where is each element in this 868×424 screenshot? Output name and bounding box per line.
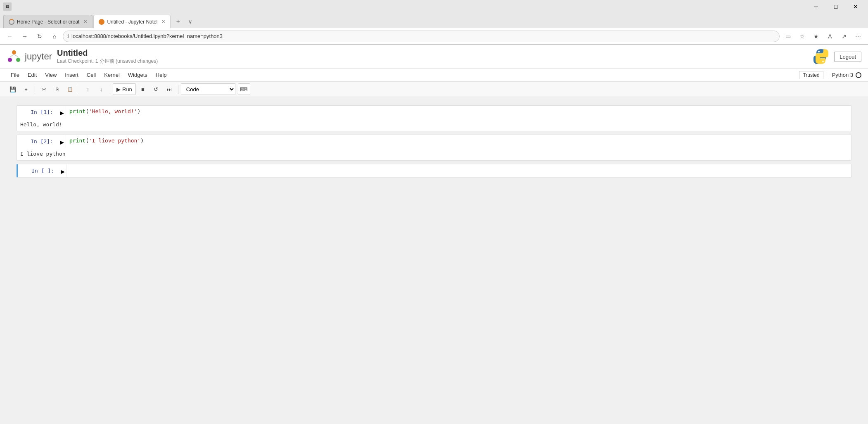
notebook-title-area: Untitled Last Checkpoint: 1 分钟前 (unsaved… [57, 48, 158, 65]
tab-jupyter-icon [99, 19, 104, 25]
save-icon: 💾 [9, 86, 16, 92]
maximize-button[interactable]: □ [827, 0, 845, 13]
read-mode-button[interactable]: A [823, 30, 837, 43]
url-box[interactable]: ℹ localhost:8888/notebooks/Untitled.ipyn… [63, 31, 780, 42]
code-string-2: 'I liove python' [89, 137, 140, 144]
cell-1-input[interactable]: print('Hello, world!') [66, 106, 851, 119]
minimize-button[interactable]: ─ [807, 0, 825, 13]
jupyter-logo-text: jupyter [25, 51, 52, 62]
address-bar-actions: ▭ ☆ ★ A ↗ ⋯ [781, 30, 865, 43]
toolbar-separator-1 [35, 85, 35, 94]
cell-1-prompt: In [1]: [17, 106, 58, 118]
more-button[interactable]: ⋯ [851, 30, 865, 43]
cell-2-code: print('I liove python') [69, 137, 144, 144]
menu-bar: File Edit View Insert Cell Kernel Widget… [0, 69, 868, 82]
copy-button[interactable]: ⎘ [51, 83, 63, 95]
fast-forward-button[interactable]: ⏭ [163, 83, 175, 95]
cell-2-run-icon[interactable]: ▶ [58, 135, 66, 148]
menu-help[interactable]: Help [152, 70, 171, 80]
cell-1-row: In [1]: ▶ print('Hello, world!') [17, 106, 851, 119]
favorites-button[interactable]: ☆ [795, 30, 809, 43]
svg-point-0 [12, 50, 16, 54]
home-button[interactable]: ⌂ [48, 30, 61, 43]
menu-view[interactable]: View [41, 70, 61, 80]
cell-3-prompt: In [ ]: [18, 164, 59, 177]
keyboard-shortcuts-button[interactable]: ⌨ [238, 83, 250, 95]
window-icon: 🖥 [3, 2, 12, 11]
cell-type-select[interactable]: Code Markdown Raw NBConvert Heading [181, 83, 235, 95]
cell-2: In [2]: ▶ print('I liove python') I liov… [17, 135, 851, 161]
cell-1: In [1]: ▶ print('Hello, world!') Hello, … [17, 105, 851, 131]
move-down-button[interactable]: ↓ [95, 83, 107, 95]
toolbar-separator-4 [178, 85, 178, 94]
cut-button[interactable]: ✂ [38, 83, 50, 95]
code-string-1: 'Hello, world!' [89, 108, 137, 114]
save-button[interactable]: 💾 [7, 83, 19, 95]
tab-home-close[interactable]: ✕ [83, 19, 87, 24]
code-print-keyword: print [69, 108, 85, 114]
tab-dropdown-button[interactable]: ∨ [185, 15, 195, 28]
svg-point-1 [8, 58, 12, 62]
lock-icon: ℹ [67, 33, 69, 39]
refresh-button[interactable]: ↻ [33, 30, 46, 43]
url-text: localhost:8888/notebooks/Untitled.ipynb?… [71, 33, 223, 39]
cell-1-code: print('Hello, world!') [69, 108, 140, 114]
trusted-button[interactable]: Trusted [799, 71, 823, 79]
stop-button[interactable]: ■ [137, 83, 149, 95]
tab-bar: Home Page - Select or creat ✕ Untitled -… [0, 13, 868, 28]
jupyter-logo-icon [7, 49, 21, 64]
move-up-button[interactable]: ↑ [82, 83, 94, 95]
tab-loading-icon [9, 19, 14, 25]
tab-jupyter-label: Untitled - Jupyter Notel [107, 19, 157, 25]
logout-button[interactable]: Logout [834, 52, 861, 62]
tab-jupyter-close[interactable]: ✕ [161, 19, 165, 24]
cell-2-input[interactable]: print('I liove python') [66, 135, 851, 148]
cell-3-run-icon[interactable]: ▶ [59, 164, 66, 177]
keyboard-icon: ⌨ [240, 86, 248, 92]
python-logo-icon [813, 48, 829, 65]
add-cell-button[interactable]: + [20, 83, 32, 95]
move-down-icon: ↓ [100, 86, 103, 92]
restart-button[interactable]: ↺ [150, 83, 162, 95]
menu-cell[interactable]: Cell [83, 70, 100, 80]
tab-jupyter[interactable]: Untitled - Jupyter Notel ✕ [93, 15, 171, 28]
run-button[interactable]: ▶ Run [113, 83, 136, 95]
menu-insert[interactable]: Insert [61, 70, 83, 80]
tab-home[interactable]: Home Page - Select or creat ✕ [3, 15, 92, 28]
jupyter-app: jupyter Untitled Last Checkpoint: 1 分钟前 … [0, 45, 868, 97]
cell-run-triangle-icon: ▶ [60, 110, 64, 116]
svg-point-4 [822, 61, 824, 62]
cell-3-textarea[interactable] [70, 167, 848, 173]
jupyter-header: jupyter Untitled Last Checkpoint: 1 分钟前 … [0, 45, 868, 69]
add-icon: + [24, 86, 28, 92]
close-button[interactable]: ✕ [847, 0, 865, 13]
forward-button[interactable]: → [18, 30, 31, 43]
menu-edit[interactable]: Edit [24, 70, 41, 80]
toolbar-separator-3 [110, 85, 110, 94]
notebook-area: In [1]: ▶ print('Hello, world!') Hello, … [0, 97, 868, 345]
tab-home-label: Home Page - Select or creat [17, 19, 79, 25]
notebook-name[interactable]: Untitled [57, 48, 158, 58]
favorites-list-button[interactable]: ★ [809, 30, 823, 43]
menu-widgets[interactable]: Widgets [124, 70, 152, 80]
stop-icon: ■ [141, 86, 145, 92]
share-button[interactable]: ↗ [837, 30, 851, 43]
cut-icon: ✂ [42, 86, 46, 92]
cell-3-input[interactable] [66, 164, 851, 177]
menu-right: Trusted Python 3 [799, 71, 861, 79]
move-up-icon: ↑ [87, 86, 90, 92]
svg-point-2 [16, 58, 20, 62]
cell-2-output: I liove python [17, 148, 851, 160]
checkpoint-info: Last Checkpoint: 1 分钟前 (unsaved changes) [57, 58, 158, 65]
restart-icon: ↺ [154, 86, 158, 92]
cell-1-run-icon[interactable]: ▶ [58, 106, 66, 118]
new-tab-button[interactable]: + [171, 15, 185, 28]
sidebar-toggle-button[interactable]: ▭ [781, 30, 794, 43]
paste-button[interactable]: 📋 [64, 83, 76, 95]
back-button[interactable]: ← [3, 30, 17, 43]
toolbar-separator-2 [79, 85, 79, 94]
menu-file[interactable]: File [7, 70, 24, 80]
cell-run-triangle-icon-3: ▶ [61, 168, 65, 175]
fast-forward-icon: ⏭ [166, 86, 172, 92]
menu-kernel[interactable]: Kernel [100, 70, 124, 80]
